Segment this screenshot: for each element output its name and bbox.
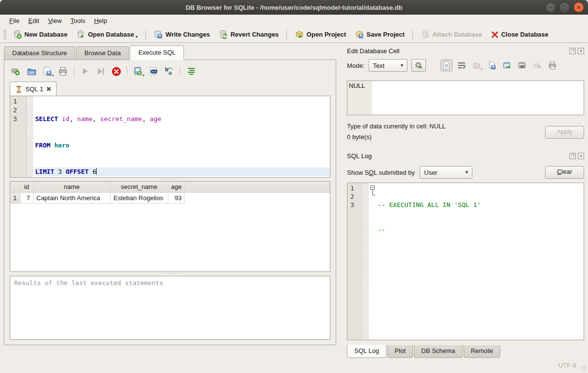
tab-sql-log[interactable]: SQL Log bbox=[347, 345, 386, 358]
close-dock-icon[interactable]: ✕ bbox=[578, 153, 584, 159]
save-sql-file-button[interactable]: ▾ bbox=[41, 65, 54, 78]
menu-view[interactable]: View bbox=[43, 16, 66, 25]
set-null-icon[interactable] bbox=[531, 60, 543, 71]
open-database-dropdown-icon[interactable]: ▾ bbox=[136, 34, 138, 39]
save-results-dropdown-icon[interactable]: ▾ bbox=[142, 73, 144, 78]
cell-name[interactable]: Captain North America bbox=[33, 192, 110, 203]
word-wrap-icon[interactable] bbox=[456, 60, 467, 71]
column-header-id[interactable]: id bbox=[20, 182, 33, 192]
save-project-label: Save Project bbox=[366, 31, 405, 38]
menu-file[interactable]: File bbox=[5, 16, 24, 25]
fold-collapse-icon[interactable]: − bbox=[370, 186, 375, 190]
float-dock-icon[interactable]: ❐ bbox=[569, 48, 576, 54]
results-grid[interactable]: id name secret_name age 1 7 Captain Nort… bbox=[10, 181, 330, 272]
link-data-icon[interactable] bbox=[516, 60, 528, 71]
apply-button[interactable]: Apply bbox=[545, 126, 584, 139]
menu-edit[interactable]: Edit bbox=[24, 16, 43, 25]
open-external-icon[interactable] bbox=[501, 60, 513, 71]
export-file-icon[interactable] bbox=[486, 60, 498, 71]
text-mode-icon[interactable] bbox=[441, 60, 452, 71]
cell-age[interactable]: 93 bbox=[168, 192, 185, 203]
results-message-splitter[interactable] bbox=[10, 272, 330, 275]
resize-grip[interactable] bbox=[581, 366, 586, 371]
encoding-indicator[interactable]: UTF-8 bbox=[558, 362, 576, 369]
open-sql-file-button[interactable] bbox=[25, 65, 38, 78]
attach-database-button[interactable]: Attach Database bbox=[416, 28, 487, 41]
close-database-button[interactable]: Close Database bbox=[487, 29, 553, 41]
tab-db-schema[interactable]: DB Schema bbox=[414, 345, 462, 358]
cell-id[interactable]: 7 bbox=[20, 192, 33, 203]
clear-log-button[interactable]: Clear bbox=[545, 166, 584, 179]
stop-execution-button[interactable] bbox=[110, 65, 122, 78]
cell-secret-name[interactable]: Esteban Rogelios bbox=[110, 192, 168, 203]
menu-help[interactable]: Help bbox=[90, 16, 112, 25]
save-project-button[interactable]: Save Project bbox=[350, 28, 409, 41]
editor-code-area[interactable]: SELECT id, name, secret_name, age FROM h… bbox=[33, 96, 330, 177]
results-message-box[interactable]: Results of the last executed statements bbox=[10, 276, 330, 340]
sql-toolbar: ▾ bbox=[10, 64, 330, 79]
log-line-2: -- bbox=[378, 226, 584, 234]
find-button[interactable] bbox=[147, 65, 160, 78]
mode-select[interactable]: Text ▼ bbox=[368, 59, 407, 72]
import-dropdown-icon: ▾ bbox=[481, 67, 483, 71]
format-sql-button[interactable] bbox=[185, 65, 198, 78]
revert-changes-label: Revert Changes bbox=[230, 31, 279, 38]
sql-log-title: SQL Log bbox=[347, 152, 569, 160]
open-project-label: Open Project bbox=[306, 31, 346, 38]
tab-execute-sql[interactable]: Execute SQL bbox=[130, 45, 184, 60]
column-header-name[interactable]: name bbox=[33, 182, 110, 192]
open-project-button[interactable]: Open Project bbox=[290, 28, 350, 41]
column-header-filler bbox=[185, 182, 330, 192]
print-cell-icon[interactable] bbox=[547, 60, 558, 71]
sql-tab-close-icon[interactable]: ✖ bbox=[46, 85, 51, 93]
save-sql-dropdown-icon[interactable]: ▾ bbox=[52, 73, 54, 78]
execute-current-line-button[interactable] bbox=[94, 65, 107, 78]
column-header-age[interactable]: age bbox=[168, 182, 185, 192]
row-number[interactable]: 1 bbox=[10, 192, 20, 203]
sql-file-tab[interactable]: SQL 1 ✖ bbox=[10, 82, 57, 96]
toolbar-separator bbox=[285, 29, 288, 40]
app-window: DB Browser for SQLite - /home/user/code/… bbox=[0, 0, 588, 373]
log-fold-markers[interactable]: − bbox=[369, 183, 377, 340]
tab-plot[interactable]: Plot bbox=[387, 345, 413, 358]
toolbar-drag-handle[interactable] bbox=[3, 29, 7, 40]
sql-toolbar-separator bbox=[127, 66, 127, 76]
float-dock-icon[interactable]: ❐ bbox=[569, 153, 576, 159]
sql-log-view[interactable]: 1 2 3 − -- EXECUTING ALL IN 'SQL 1' -- bbox=[347, 183, 584, 340]
menu-tools[interactable]: Tools bbox=[66, 16, 89, 25]
editor-results-splitter[interactable] bbox=[10, 178, 330, 181]
minimize-button[interactable]: − bbox=[545, 2, 556, 13]
tab-remote[interactable]: Remote bbox=[464, 345, 501, 358]
new-database-button[interactable]: New Database bbox=[8, 28, 72, 41]
cell-value-editor[interactable]: NULL bbox=[347, 81, 584, 115]
project-save-icon bbox=[355, 30, 364, 39]
maximize-button[interactable]: ▢ bbox=[559, 2, 570, 13]
find-replace-button[interactable]: ba bbox=[163, 65, 176, 78]
log-fold-margin bbox=[362, 183, 369, 340]
new-sql-tab-button[interactable] bbox=[10, 65, 22, 78]
sql-editor[interactable]: 1 2 3 SELECT id, name, secret_name, age … bbox=[10, 96, 330, 178]
attach-database-label: Attach Database bbox=[432, 31, 482, 38]
close-dock-icon[interactable]: ✕ bbox=[578, 48, 584, 54]
save-results-button[interactable]: ▾ bbox=[132, 65, 144, 78]
table-row[interactable]: 1 7 Captain North America Esteban Rogeli… bbox=[10, 192, 330, 203]
code-line-1: SELECT id, name, secret_name, age bbox=[35, 115, 330, 124]
close-button[interactable]: ✕ bbox=[573, 2, 584, 13]
tab-database-structure[interactable]: Database Structure bbox=[4, 46, 75, 60]
sql-toolbar-separator bbox=[74, 66, 74, 76]
write-changes-button[interactable]: Write Changes bbox=[149, 28, 214, 41]
submitted-by-select[interactable]: User ▼ bbox=[420, 166, 472, 179]
title-bar[interactable]: DB Browser for SQLite - /home/user/code/… bbox=[0, 0, 588, 15]
column-header-secret-name[interactable]: secret_name bbox=[110, 182, 168, 192]
tab-browse-data[interactable]: Browse Data bbox=[76, 46, 129, 60]
import-file-icon[interactable]: ▾ bbox=[471, 60, 483, 71]
red-x-icon bbox=[491, 31, 499, 39]
database-plus-icon bbox=[13, 30, 22, 39]
auto-switch-mode-button[interactable] bbox=[411, 59, 426, 72]
execute-sql-panel: ▾ bbox=[4, 60, 336, 345]
execute-all-button[interactable] bbox=[79, 65, 91, 78]
print-button[interactable] bbox=[57, 65, 69, 78]
revert-changes-button[interactable]: Revert Changes bbox=[214, 28, 283, 41]
sql-file-tab-bar: SQL 1 ✖ bbox=[10, 82, 330, 96]
open-database-button[interactable]: Open Database ▾ bbox=[72, 28, 142, 41]
